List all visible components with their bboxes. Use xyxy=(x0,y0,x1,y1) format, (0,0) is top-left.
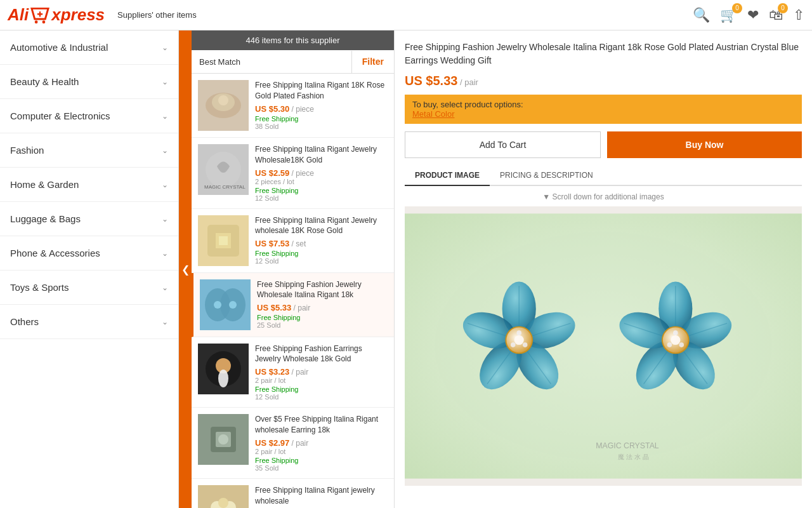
sidebar-item-toys[interactable]: Toys & Sports ⌄ xyxy=(0,271,178,305)
cart2-button[interactable]: 🛍 0 xyxy=(769,7,783,23)
svg-text:魔 法 水 晶: 魔 法 水 晶 xyxy=(618,453,649,460)
chevron-down-icon: ⌄ xyxy=(162,249,168,258)
product-item[interactable]: Free Shipping Italina Rigant jewelry who… xyxy=(192,479,394,508)
product-price: US $7.53 xyxy=(255,239,289,248)
product-item[interactable]: Over $5 Free Shipping Italina Rigant who… xyxy=(192,408,394,479)
product-item[interactable]: MAGIC CRYSTAL Free Shipping Italina Riga… xyxy=(192,138,394,209)
sort-select[interactable]: Best Match xyxy=(192,51,352,73)
svg-point-42 xyxy=(511,342,516,347)
cart1-button[interactable]: 🛒 0 xyxy=(720,7,737,23)
sidebar-item-automotive[interactable]: Automotive & Industrial ⌄ xyxy=(0,30,178,65)
product-thumbnail xyxy=(198,414,249,465)
product-title: Free Shipping Fashion Earrings Jewelry W… xyxy=(255,344,388,365)
wishlist-button[interactable]: ❤ xyxy=(747,7,759,23)
header-icons: 🔍 🛒 0 ❤ 🛍 0 ⇧ xyxy=(693,7,804,23)
sidebar-item-luggage[interactable]: Luggage & Bags ⌄ xyxy=(0,202,178,236)
detail-price: US $5.33 xyxy=(405,74,457,88)
free-shipping-label: Free Shipping xyxy=(255,385,388,393)
product-lot: 2 pair / lot xyxy=(255,377,388,384)
product-price: US $3.23 xyxy=(255,367,289,377)
metal-color-link[interactable]: Metal Color xyxy=(412,109,454,119)
sold-count: 25 Sold xyxy=(257,321,388,329)
cart2-badge: 0 xyxy=(778,3,788,13)
product-unit: / pair xyxy=(289,368,308,377)
sidebar-collapse-button[interactable]: ❮ xyxy=(179,30,192,508)
detail-panel: Free Shipping Fashion Jewelry Wholesale … xyxy=(395,30,812,508)
product-lot: 2 pieces / lot xyxy=(255,178,388,185)
sidebar-item-beauty[interactable]: Beauty & Health ⌄ xyxy=(0,65,178,99)
sidebar-label-automotive: Automotive & Industrial xyxy=(10,42,108,53)
chevron-down-icon: ⌄ xyxy=(162,77,168,86)
sidebar-label-beauty: Beauty & Health xyxy=(10,76,79,87)
product-info: Free Shipping Fashion Earrings Jewelry W… xyxy=(255,344,388,401)
chevron-down-icon: ⌄ xyxy=(162,43,168,52)
product-title: Free Shipping Italina Rigant Jewelry who… xyxy=(255,215,388,237)
product-info: Over $5 Free Shipping Italina Rigant who… xyxy=(255,414,388,472)
supplier-text: Suppliers' other items xyxy=(117,10,197,20)
product-info: Free Shipping Italina Rigant jewelry who… xyxy=(255,485,388,508)
svg-text:MAGIC CRYSTAL: MAGIC CRYSTAL xyxy=(596,441,659,450)
logo: Ali xpress xyxy=(8,5,105,25)
sold-count: 12 Sold xyxy=(255,194,388,202)
buy-now-button[interactable]: Buy Now xyxy=(607,131,802,158)
product-thumbnail xyxy=(198,80,249,131)
product-item-selected[interactable]: Free Shipping Fashion Jewelry Wholesale … xyxy=(192,273,394,337)
free-shipping-label: Free Shipping xyxy=(257,314,388,321)
svg-point-40 xyxy=(514,335,524,345)
sold-count: 12 Sold xyxy=(255,257,388,265)
product-lot: 2 pair / lot xyxy=(255,448,388,455)
product-list: Free Shipping Italina Rigant 18K Rose Go… xyxy=(192,74,394,508)
sidebar-item-home[interactable]: Home & Garden ⌄ xyxy=(0,168,178,202)
header: Ali xpress Suppliers' other items 🔍 🛒 0 … xyxy=(0,0,812,30)
svg-point-15 xyxy=(214,301,221,309)
tab-product-image[interactable]: PRODUCT IMAGE xyxy=(405,166,490,186)
sidebar-label-computer: Computer & Electronics xyxy=(10,110,110,121)
product-info: Free Shipping Italina Rigant Jewelry Who… xyxy=(255,144,388,202)
product-title: Over $5 Free Shipping Italina Rigant who… xyxy=(255,414,388,436)
scroll-hint: ▼ Scroll down for additional images xyxy=(405,192,802,201)
sidebar-item-fashion[interactable]: Fashion ⌄ xyxy=(0,133,178,168)
product-item[interactable]: Free Shipping Italina Rigant 18K Rose Go… xyxy=(192,74,394,138)
buy-options-bar: To buy, select product options: Metal Co… xyxy=(405,95,802,124)
action-buttons: Add To Cart Buy Now xyxy=(405,131,802,158)
product-thumbnail xyxy=(198,344,249,394)
filter-button[interactable]: Filter xyxy=(352,50,394,73)
free-shipping-label: Free Shipping xyxy=(255,187,388,194)
tab-pricing-description[interactable]: PRICING & DESCRIPTION xyxy=(490,166,603,186)
product-unit: / piece xyxy=(289,169,314,178)
sidebar-label-phone: Phone & Accessories xyxy=(10,248,100,258)
cart1-badge: 0 xyxy=(732,3,742,13)
product-item[interactable]: Free Shipping Fashion Earrings Jewelry W… xyxy=(192,337,394,408)
sold-count: 35 Sold xyxy=(255,464,388,472)
svg-point-56 xyxy=(679,342,684,347)
svg-point-19 xyxy=(218,370,228,387)
sidebar-item-phone[interactable]: Phone & Accessories ⌄ xyxy=(0,236,178,271)
product-item[interactable]: Free Shipping Italina Rigant Jewelry who… xyxy=(192,209,394,273)
product-info: Free Shipping Fashion Jewelry Wholesale … xyxy=(257,279,388,330)
svg-point-58 xyxy=(673,330,678,335)
search-button[interactable]: 🔍 xyxy=(693,7,710,23)
chevron-down-icon: ⌄ xyxy=(162,146,168,155)
product-unit: / set xyxy=(289,239,306,248)
chevron-down-icon: ⌄ xyxy=(162,112,168,121)
chevron-down-icon: ⌄ xyxy=(162,215,168,224)
svg-point-1 xyxy=(35,20,38,23)
product-info: Free Shipping Italina Rigant Jewelry who… xyxy=(255,215,388,265)
sidebar-label-luggage: Luggage & Bags xyxy=(10,213,81,224)
product-thumbnail: MAGIC CRYSTAL xyxy=(198,144,249,195)
product-thumbnail xyxy=(198,215,249,266)
svg-rect-12 xyxy=(219,236,228,245)
sidebar-item-others[interactable]: Others ⌄ xyxy=(0,305,178,339)
sidebar-label-fashion: Fashion xyxy=(10,145,44,156)
sidebar-item-computer[interactable]: Computer & Electronics ⌄ xyxy=(0,99,178,133)
chevron-down-icon: ⌄ xyxy=(162,180,168,189)
chevron-down-icon: ⌄ xyxy=(162,283,168,292)
sort-filter-bar: Best Match Filter xyxy=(192,50,394,74)
sold-count: 12 Sold xyxy=(255,393,388,401)
svg-text:MAGIC CRYSTAL: MAGIC CRYSTAL xyxy=(204,184,246,190)
product-list-area: 446 items for this supplier Best Match F… xyxy=(192,30,395,508)
add-to-cart-button[interactable]: Add To Cart xyxy=(405,131,601,158)
share-button[interactable]: ⇧ xyxy=(793,7,804,23)
svg-point-41 xyxy=(523,342,528,347)
product-price: US $2.97 xyxy=(255,438,289,448)
